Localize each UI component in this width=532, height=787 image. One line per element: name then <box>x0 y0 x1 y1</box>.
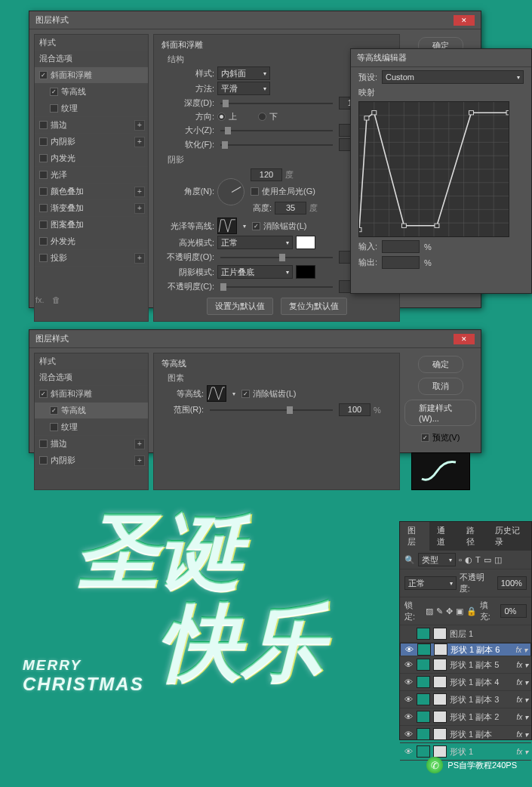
ok-button[interactable]: 确定 <box>418 356 463 373</box>
technique-select[interactable]: 平滑▾ <box>217 82 270 95</box>
style-satin[interactable]: 光泽 <box>35 167 148 184</box>
plus-icon[interactable]: + <box>134 137 145 147</box>
style-outer-glow[interactable]: 外发光 <box>35 233 148 250</box>
checkbox-icon[interactable] <box>50 88 58 96</box>
plus-icon[interactable]: + <box>134 187 145 197</box>
input-value[interactable] <box>382 240 420 253</box>
lock-all-icon[interactable]: 🔒 <box>466 606 477 616</box>
fx-indicator[interactable]: fx ▾ <box>516 748 528 756</box>
layer-row[interactable]: 图层 1 <box>400 625 531 643</box>
kind-select[interactable]: 类型▾ <box>418 553 456 566</box>
checkbox-icon[interactable] <box>39 254 48 262</box>
checkbox-icon[interactable] <box>39 171 48 179</box>
tab-channels[interactable]: 通道 <box>429 522 459 551</box>
filter-image-icon[interactable]: ▫ <box>459 555 462 564</box>
fx-indicator[interactable]: fx ▾ <box>516 730 528 739</box>
tab-layers[interactable]: 图层 <box>400 522 429 551</box>
checkbox-icon[interactable] <box>39 204 48 212</box>
lock-artboard-icon[interactable]: ▣ <box>456 606 463 616</box>
checkbox-icon[interactable] <box>39 221 48 229</box>
tab-paths[interactable]: 路径 <box>459 522 488 551</box>
style-texture[interactable]: 纹理 <box>35 419 148 436</box>
layer-row[interactable]: 👁形状 1 副本 3fx ▾ <box>400 691 531 708</box>
layer-row[interactable]: 👁形状 1 副本 5fx ▾ <box>400 656 531 674</box>
checkbox-icon[interactable] <box>39 71 48 79</box>
cancel-button[interactable]: 取消 <box>418 378 463 395</box>
visibility-icon[interactable]: 👁 <box>403 660 414 669</box>
radio-up[interactable] <box>217 113 226 121</box>
soften-slider[interactable] <box>220 140 333 150</box>
output-value[interactable] <box>382 256 420 269</box>
visibility-icon[interactable]: 👁 <box>403 730 414 739</box>
gloss-contour-thumb[interactable] <box>217 218 237 234</box>
checkbox-icon[interactable] <box>39 187 48 196</box>
checkbox-icon[interactable] <box>39 237 48 245</box>
style-blend-options[interactable]: 混合选项 <box>35 369 148 386</box>
shadow-mode-select[interactable]: 正片叠底▾ <box>217 265 293 279</box>
antialias-checkbox[interactable] <box>252 222 260 230</box>
search-icon[interactable]: 🔍 <box>404 555 415 565</box>
style-stroke[interactable]: 描边+ <box>35 117 148 134</box>
visibility-icon[interactable]: 👁 <box>403 747 414 756</box>
antialias-checkbox[interactable] <box>241 390 250 398</box>
plus-icon[interactable]: + <box>134 253 145 264</box>
close-icon[interactable]: ✕ <box>454 15 475 26</box>
layer-row[interactable]: 👁形状 1 副本 6fx ▾ <box>400 643 531 656</box>
opacity-input[interactable]: 100% <box>497 576 527 590</box>
visibility-icon[interactable]: 👁 <box>403 712 414 721</box>
altitude-input[interactable]: 35 <box>275 202 306 214</box>
preset-select[interactable]: Custom▾ <box>382 70 524 84</box>
tab-history[interactable]: 历史记录 <box>487 522 531 551</box>
style-inner-shadow[interactable]: 内阴影+ <box>35 134 148 150</box>
sopacity-slider[interactable] <box>220 282 333 292</box>
style-texture[interactable]: 纹理 <box>35 100 148 117</box>
preview-checkbox[interactable] <box>421 434 429 442</box>
highlight-color-swatch[interactable] <box>296 236 315 249</box>
filter-smart-icon[interactable]: ◫ <box>494 555 502 565</box>
style-drop-shadow[interactable]: 投影+ <box>35 250 148 267</box>
style-blend-options[interactable]: 混合选项 <box>35 51 148 67</box>
contour-thumb[interactable] <box>207 385 226 402</box>
lock-brush-icon[interactable]: ✎ <box>436 606 443 616</box>
trash-icon[interactable]: 🗑 <box>52 295 60 304</box>
style-inner-shadow[interactable]: 内阴影+ <box>35 452 148 469</box>
plus-icon[interactable]: + <box>134 455 145 466</box>
angle-input[interactable]: 120 <box>251 168 282 181</box>
lock-move-icon[interactable]: ✥ <box>446 606 453 616</box>
checkbox-icon[interactable] <box>39 154 48 162</box>
style-color-overlay[interactable]: 颜色叠加+ <box>35 184 148 200</box>
checkbox-icon[interactable] <box>39 456 48 464</box>
style-stroke[interactable]: 描边+ <box>35 436 148 452</box>
plus-icon[interactable]: + <box>134 120 145 131</box>
style-inner-glow[interactable]: 内发光 <box>35 150 148 167</box>
visibility-icon[interactable]: 👁 <box>403 677 414 687</box>
shadow-color-swatch[interactable] <box>296 265 315 279</box>
style-bevel[interactable]: 斜面和浮雕 <box>35 386 148 403</box>
depth-slider[interactable] <box>220 98 333 109</box>
checkbox-icon[interactable] <box>39 440 48 448</box>
style-select[interactable]: 内斜面▾ <box>217 66 270 80</box>
checkbox-icon[interactable] <box>39 121 48 129</box>
checkbox-icon[interactable] <box>50 406 58 415</box>
layer-row[interactable]: 👁形状 1 副本 4fx ▾ <box>400 674 531 691</box>
fx-indicator[interactable]: fx ▾ <box>515 646 527 654</box>
style-gradient-overlay[interactable]: 渐变叠加+ <box>35 200 148 217</box>
plus-icon[interactable]: + <box>134 439 145 449</box>
fx-indicator[interactable]: fx ▾ <box>516 661 528 669</box>
filter-adjust-icon[interactable]: ◐ <box>465 555 472 565</box>
highlight-mode-select[interactable]: 正常▾ <box>217 236 293 249</box>
global-light-checkbox[interactable] <box>251 187 259 196</box>
visibility-icon[interactable]: 👁 <box>404 645 414 654</box>
fx-indicator[interactable]: fx ▾ <box>516 713 528 721</box>
make-default-button[interactable]: 设置为默认值 <box>207 298 273 315</box>
fx-icon[interactable]: fx. <box>35 295 45 304</box>
lock-pixels-icon[interactable]: ▨ <box>426 606 433 616</box>
filter-type-icon[interactable]: T <box>475 555 481 564</box>
style-pattern-overlay[interactable]: 图案叠加 <box>35 217 148 233</box>
fx-indicator[interactable]: fx ▾ <box>516 678 528 687</box>
angle-wheel[interactable] <box>217 178 244 205</box>
range-slider[interactable] <box>210 405 333 415</box>
checkbox-icon[interactable] <box>39 390 48 398</box>
radio-down[interactable] <box>258 113 266 121</box>
checkbox-icon[interactable] <box>50 104 58 113</box>
